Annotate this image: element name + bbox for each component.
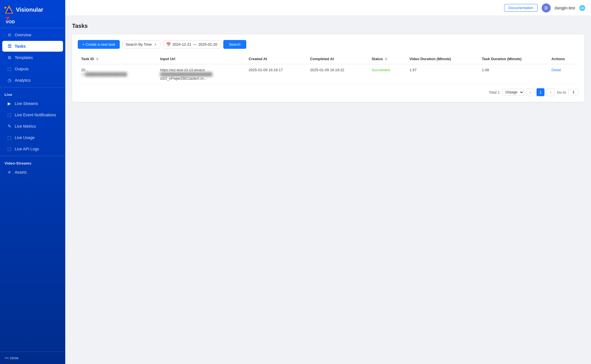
input-url-line3: s3/2_nFwjwrZBCzasteX.m... — [160, 76, 242, 81]
sidebar-item-live-api-logs[interactable]: ⬚ Live API Logs — [2, 144, 63, 154]
col-status: Status ⇅ — [368, 54, 406, 64]
search-button[interactable]: Search — [223, 40, 246, 49]
search-by-time-label: Search By Time — [126, 42, 152, 47]
sort-status-icon[interactable]: ⇅ — [385, 57, 387, 61]
globe-icon[interactable]: 🌐 — [579, 5, 585, 11]
date-separator: — — [193, 42, 197, 47]
col-task-duration: Task Duration (Minute) — [478, 54, 548, 64]
task-id-line2: de████████████████ — [81, 72, 153, 76]
total-label: Total 1 — [489, 90, 500, 94]
content-area: Tasks + Create a new task Search By Time… — [65, 16, 591, 364]
main-area: Documentation D dangjin-test 🌐 Tasks + C… — [65, 0, 591, 364]
search-by-time-dropdown[interactable]: Search By Time ▼ — [123, 40, 160, 49]
date-to: 2025-01-20 — [198, 42, 217, 47]
input-url-line1: https://wz-test-s3.s3.amazo — [160, 68, 242, 72]
sidebar-item-templates[interactable]: ⧉ Templates — [2, 52, 63, 63]
cell-created-at: 2025-01-09 16:18:17 — [245, 64, 307, 84]
goto-input[interactable] — [568, 89, 579, 95]
live-metrics-icon: ✎ — [7, 124, 12, 129]
col-input-url: Input Url — [157, 54, 245, 64]
sidebar-item-tasks[interactable]: ☰ Tasks — [2, 41, 63, 52]
sidebar-item-assets[interactable]: ≡ Assets — [2, 167, 63, 177]
sidebar-item-live-usage[interactable]: ⬚ Live Usage — [2, 132, 63, 143]
date-from: 2024-12-21 — [173, 42, 192, 47]
task-id-line1: 20... — [81, 68, 153, 72]
cell-completed-at: 2025-01-09 16:19:22 — [307, 64, 368, 84]
table-row: 20... de████████████████ https://wz-test… — [78, 64, 579, 84]
table-header-row: Task ID ⇅ Input Url Created At Completed… — [78, 54, 579, 64]
sidebar-item-label-overview: Overview — [15, 33, 31, 37]
cell-actions: Detail — [548, 64, 579, 84]
close-label: << close — [5, 356, 18, 360]
toolbar: + Create a new task Search By Time ▼ 📅 2… — [78, 40, 579, 49]
cell-video-duration: 1.97 — [406, 64, 478, 84]
avatar: D — [542, 3, 551, 12]
col-video-duration: Video Duration (Minute) — [406, 54, 478, 64]
col-actions: Actions — [548, 54, 579, 64]
live-usage-icon: ⬚ — [7, 135, 12, 140]
overview-icon: ⊙ — [7, 32, 12, 37]
topbar: Documentation D dangjin-test 🌐 — [65, 0, 591, 16]
create-task-button[interactable]: + Create a new task — [78, 40, 120, 49]
detail-link[interactable]: Detail — [552, 68, 561, 72]
live-section-label: Live — [0, 89, 65, 98]
video-streams-section-label: Video-Streams — [0, 157, 65, 167]
vod-section: ➤ VOD — [0, 19, 65, 27]
per-page-select[interactable]: 10/page 20/page 50/page — [502, 89, 524, 96]
cell-input-url: https://wz-test-s3.s3.amazo ████████████… — [157, 64, 245, 84]
sidebar-item-overview[interactable]: ⊙ Overview — [2, 30, 63, 40]
cell-task-id: 20... de████████████████ — [78, 64, 157, 84]
sidebar-item-label-live-metrics: Live Metrics — [15, 124, 36, 129]
total-count: 1 — [498, 90, 500, 94]
sidebar-item-label-analytics: Analytics — [15, 78, 31, 83]
divider-video-streams — [0, 156, 65, 156]
sidebar-item-label-outputs: Outputs — [15, 67, 29, 71]
sidebar-item-outputs[interactable]: ⬚ Outputs — [2, 64, 63, 74]
sidebar-item-live-metrics[interactable]: ✎ Live Metrics — [2, 121, 63, 132]
live-streams-icon: ▶ — [7, 101, 12, 106]
live-event-icon: ⬚ — [7, 112, 12, 117]
logo-text: Visionular — [16, 7, 43, 13]
col-task-id: Task ID ⇅ — [78, 54, 157, 64]
sidebar-item-label-templates: Templates — [15, 55, 33, 60]
tasks-icon: ☰ — [7, 44, 12, 49]
goto-label: Go to — [557, 90, 566, 94]
pagination: Total 1 10/page 20/page 50/page ‹ 1 › Go… — [78, 88, 579, 96]
date-range-picker[interactable]: 📅 2024-12-21 — 2025-01-20 — [163, 40, 220, 49]
col-created-at: Created At — [245, 54, 307, 64]
cell-status: Succeeded — [368, 64, 406, 84]
sidebar-item-analytics[interactable]: ◷ Analytics — [2, 75, 63, 86]
sidebar-close-button[interactable]: << close — [0, 352, 65, 364]
documentation-button[interactable]: Documentation — [504, 4, 537, 12]
sidebar-item-label-live-streams: Live Streams — [15, 101, 38, 106]
divider-top — [0, 28, 65, 28]
page-title: Tasks — [72, 23, 584, 29]
assets-icon: ≡ — [7, 170, 12, 174]
calendar-icon: 📅 — [166, 42, 171, 47]
sidebar-item-label-live-event-notifications: Live Event Notifications — [15, 113, 56, 117]
tasks-card: + Create a new task Search By Time ▼ 📅 2… — [72, 34, 584, 102]
cell-task-duration: 1.08 — [478, 64, 548, 84]
prev-page-button[interactable]: ‹ — [526, 88, 534, 96]
sidebar: Visionular ➤ VOD ⊙ Overview ☰ Tasks ⧉ Te… — [0, 0, 65, 364]
outputs-icon: ⬚ — [7, 66, 12, 71]
sidebar-item-label-assets: Assets — [15, 170, 27, 174]
logo-icon — [5, 5, 14, 14]
sidebar-item-label-live-api-logs: Live API Logs — [15, 147, 39, 151]
templates-icon: ⧉ — [7, 55, 12, 60]
page-1-button[interactable]: 1 — [537, 88, 544, 96]
sidebar-item-live-streams[interactable]: ▶ Live Streams — [2, 98, 63, 109]
col-completed-at: Completed At — [307, 54, 368, 64]
next-page-button[interactable]: › — [547, 88, 555, 96]
chevron-down-icon: ▼ — [154, 43, 157, 46]
analytics-icon: ◷ — [7, 78, 12, 83]
sidebar-item-label-live-usage: Live Usage — [15, 135, 35, 140]
tasks-table: Task ID ⇅ Input Url Created At Completed… — [78, 54, 579, 84]
status-badge: Succeeded — [372, 68, 390, 72]
sort-task-id-icon[interactable]: ⇅ — [96, 57, 98, 61]
input-url-line2: ████████████████████ — [160, 72, 242, 76]
live-api-logs-icon: ⬚ — [7, 146, 12, 152]
sidebar-item-live-event-notifications[interactable]: ⬚ Live Event Notifications — [2, 110, 63, 120]
svg-rect-2 — [5, 7, 6, 9]
divider-live — [0, 87, 65, 87]
